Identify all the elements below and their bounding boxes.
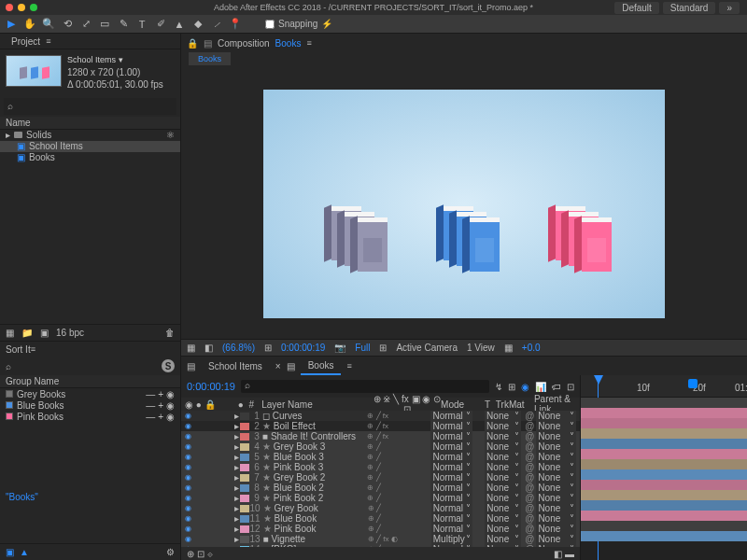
pickwhip-icon[interactable]: @ xyxy=(525,513,534,524)
layer-parent[interactable]: None˅ xyxy=(536,431,576,441)
eye-icon[interactable]: ◉ xyxy=(185,494,191,502)
tab-books[interactable]: Books xyxy=(301,357,342,375)
active-camera[interactable]: Active Camera xyxy=(396,343,458,353)
layer-mode[interactable]: Normal˅ xyxy=(430,441,472,452)
mask-icon[interactable]: ◧ xyxy=(204,343,213,353)
workspace-default[interactable]: Default xyxy=(614,2,659,14)
layer-parent[interactable]: None˅ xyxy=(536,513,576,524)
layer-switches[interactable]: ⊕ ╱ xyxy=(367,463,430,471)
group-eye-icon[interactable]: ◉ xyxy=(166,400,175,411)
layer-mode[interactable]: Normal˅ xyxy=(430,472,472,483)
layer-row[interactable]: ◉▸2★Boil Effect⊕ ╱ fxNormal˅None˅@None˅ xyxy=(181,421,580,431)
layer-trkmat[interactable]: None˅ xyxy=(485,513,521,524)
pickwhip-icon[interactable]: @ xyxy=(525,472,534,483)
project-search[interactable]: ⌕ xyxy=(4,98,176,115)
layer-parent[interactable]: None˅ xyxy=(536,534,576,544)
layer-row[interactable]: ◉▸4★Grey Book 3⊕ ╱ Normal˅None˅@None˅ xyxy=(181,441,580,452)
group-plus-icon[interactable]: + xyxy=(158,412,163,422)
toggle-pane-icon[interactable]: ◧ ▬ xyxy=(554,549,574,559)
group-row[interactable]: Pink Books—+◉ xyxy=(0,411,180,422)
layer-row[interactable]: ◉▸7★Grey Book 2⊕ ╱ Normal˅None˅@None˅ xyxy=(181,472,580,483)
layer-parent[interactable]: None˅ xyxy=(536,483,576,493)
layer-label[interactable] xyxy=(240,505,248,512)
layer-parent[interactable]: None˅ xyxy=(536,441,576,452)
layer-bar[interactable] xyxy=(581,439,747,449)
eye-icon[interactable]: ◉ xyxy=(185,442,191,451)
layer-bar[interactable] xyxy=(581,490,747,500)
group-plus-icon[interactable]: + xyxy=(158,400,163,411)
layer-mode[interactable]: Normal˅ xyxy=(430,452,472,462)
pickwhip-icon[interactable]: @ xyxy=(525,441,534,452)
layer-row[interactable]: ◉▸9★Pink Book 2⊕ ╱ Normal˅None˅@None˅ xyxy=(181,493,580,503)
eye-icon[interactable]: ◉ xyxy=(185,514,191,523)
project-item-school[interactable]: ▣School Items xyxy=(0,141,180,152)
composition-viewport[interactable] xyxy=(181,69,747,339)
project-item-solids[interactable]: ▸Solids⚛ xyxy=(0,130,180,141)
layer-mode[interactable]: Multiply˅ xyxy=(431,534,472,544)
motion-blur-icon[interactable]: ◉ xyxy=(521,382,529,392)
grid-icon[interactable]: ⊞ xyxy=(379,343,387,353)
workspace-standard[interactable]: Standard xyxy=(663,2,716,14)
lock-icon[interactable]: 🔒 xyxy=(187,38,198,49)
layer-label[interactable] xyxy=(240,495,248,502)
layer-mode[interactable]: Normal˅ xyxy=(430,462,472,472)
group-dash-icon[interactable]: — xyxy=(146,389,155,399)
layer-label[interactable] xyxy=(240,433,248,441)
layer-label[interactable] xyxy=(240,464,248,471)
layer-trkmat[interactable]: None˅ xyxy=(485,431,521,441)
layer-mode[interactable]: Normal˅ xyxy=(430,411,472,421)
layer-bar[interactable] xyxy=(581,459,747,469)
group-row[interactable]: Grey Books—+◉ xyxy=(0,388,180,399)
time-ruler[interactable]: 10f 20f 01:00f xyxy=(581,375,747,398)
name-column[interactable]: Name xyxy=(6,118,31,128)
new-folder-icon[interactable]: 📁 xyxy=(21,328,33,338)
layer-row[interactable]: ◉▸10★Grey Book⊕ ╱ Normal˅None˅@None˅ xyxy=(181,503,580,513)
render-icon[interactable]: ⊡ xyxy=(567,382,574,392)
project-search-input[interactable] xyxy=(17,102,173,111)
bpc-label[interactable]: 16 bpc xyxy=(56,328,84,338)
snapping-opts-icon[interactable]: ⚡ xyxy=(321,19,332,29)
layer-bar[interactable] xyxy=(581,531,747,541)
layer-trkmat[interactable]: None˅ xyxy=(485,421,521,431)
layer-row[interactable]: ◉▸5★Blue Book 3⊕ ╱ Normal˅None˅@None˅ xyxy=(181,452,580,462)
layer-trkmat[interactable]: None˅ xyxy=(485,524,521,534)
layer-mode[interactable]: Normal˅ xyxy=(430,421,472,431)
layer-trkmat[interactable]: None˅ xyxy=(485,503,521,513)
eraser-tool-icon[interactable]: ◆ xyxy=(190,17,205,32)
layer-switches[interactable]: ⊕ ╱ xyxy=(368,514,431,523)
current-time[interactable]: 0:00:00:19 xyxy=(281,343,325,353)
frame-blend-icon[interactable]: ⊞ xyxy=(508,382,515,392)
layer-trkmat[interactable]: None˅ xyxy=(485,483,521,493)
project-item-books[interactable]: ▣Books xyxy=(0,152,180,163)
shy-icon[interactable]: ↯ xyxy=(495,382,502,392)
layer-switches[interactable]: ⊕ ╱ fx xyxy=(367,412,430,420)
layer-mode[interactable]: Normal˅ xyxy=(431,513,472,524)
stamp-tool-icon[interactable]: ▲ xyxy=(172,17,187,32)
layer-bar[interactable] xyxy=(581,480,747,490)
layer-trkmat[interactable]: None˅ xyxy=(485,472,521,483)
composition-name[interactable]: Books xyxy=(275,38,302,49)
tab-school-items[interactable]: School Items xyxy=(201,358,270,374)
eye-icon[interactable]: ◉ xyxy=(185,473,191,482)
layer-label[interactable] xyxy=(240,443,248,451)
project-panel-tab[interactable]: Project xyxy=(6,35,46,49)
sortit-settings-icon[interactable]: ⚙ xyxy=(166,547,175,557)
view-count[interactable]: 1 View xyxy=(467,343,495,353)
pickwhip-icon[interactable]: @ xyxy=(525,421,534,431)
toggle-switches-icon[interactable]: ⊕ ⊡ ⟐ xyxy=(187,549,213,559)
trash-icon[interactable]: 🗑 xyxy=(165,328,175,338)
snapshot-icon[interactable]: 📷 xyxy=(334,343,345,353)
layer-switches[interactable]: ⊕ ╱ xyxy=(367,494,430,502)
layer-row[interactable]: ◉▸6★Pink Book 3⊕ ╱ Normal˅None˅@None˅ xyxy=(181,462,580,472)
layer-trkmat[interactable]: None˅ xyxy=(485,452,521,462)
pickwhip-icon[interactable]: @ xyxy=(525,462,534,472)
layer-trkmat[interactable]: None˅ xyxy=(485,462,521,472)
pickwhip-icon[interactable]: @ xyxy=(525,483,534,493)
layer-switches[interactable]: ⊕ ╱ xyxy=(368,525,431,533)
eye-icon[interactable]: ◉ xyxy=(185,422,191,430)
eye-icon[interactable]: ◉ xyxy=(185,535,191,543)
layer-bar[interactable] xyxy=(581,521,747,531)
layer-trkmat[interactable]: None˅ xyxy=(485,411,521,421)
brush-tool-icon[interactable]: ✐ xyxy=(153,17,168,32)
layer-row[interactable]: ◉▸12★Pink Book⊕ ╱ Normal˅None˅@None˅ xyxy=(181,524,580,534)
